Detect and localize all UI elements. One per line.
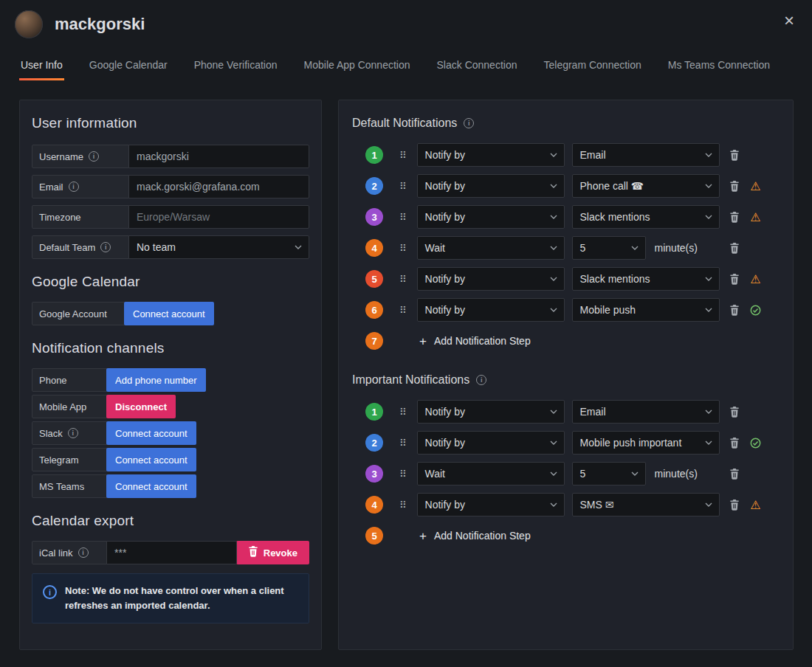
notify-by-select[interactable]: Notify by	[417, 205, 565, 229]
notify-by-select[interactable]: Notify by	[417, 298, 565, 322]
warning-icon: ⚠	[749, 179, 763, 193]
ical-link-input[interactable]: ***	[106, 541, 237, 564]
add-notification-step-button[interactable]: +Add Notification Step	[419, 335, 531, 348]
tab-google-calendar[interactable]: Google Calendar	[88, 49, 169, 80]
form-field-row: Default TeamiNo team	[32, 235, 309, 259]
trash-icon	[729, 274, 740, 285]
drag-handle-icon[interactable]: ⠿	[399, 181, 407, 192]
drag-handle-icon[interactable]: ⠿	[399, 438, 407, 449]
calendar-note-text: Note: We do not have control over when a…	[65, 584, 286, 613]
tab-bar: User InfoGoogle CalendarPhone Verificati…	[0, 46, 812, 80]
notify-by-select[interactable]: Notify by	[417, 493, 565, 516]
tab-telegram-connection[interactable]: Telegram Connection	[542, 49, 642, 80]
trash-button[interactable]	[727, 466, 742, 481]
user-fields: UsernameimackgorskiEmailimack.gorski@gra…	[32, 145, 309, 259]
drag-handle-icon[interactable]: ⠿	[399, 150, 407, 161]
wait-duration-select[interactable]: 5	[572, 236, 646, 260]
step-number-badge: 7	[365, 332, 383, 350]
drag-handle-icon[interactable]: ⠿	[399, 274, 407, 285]
info-icon: i	[78, 547, 89, 558]
info-icon: i	[89, 151, 99, 162]
notification-channel-select[interactable]: Email	[572, 400, 720, 424]
wait-select[interactable]: Wait	[417, 236, 565, 260]
notification-step-row: 1⠿Notify byEmail	[365, 400, 780, 424]
trash-button[interactable]	[727, 497, 742, 512]
notify-by-select[interactable]: Notify by	[417, 431, 565, 455]
step-number-badge: 2	[365, 177, 383, 195]
drag-handle-icon[interactable]: ⠿	[399, 500, 407, 511]
step-controls: Notify byMobile push important	[417, 431, 720, 455]
trash-icon	[729, 243, 740, 254]
step-number-badge: 6	[365, 301, 383, 319]
notification-step-row: 2⠿Notify byPhone call ☎⚠	[365, 174, 780, 198]
tab-user-info[interactable]: User Info	[19, 49, 64, 80]
phone-action-button[interactable]: Add phone number	[106, 368, 206, 392]
trash-button[interactable]	[727, 179, 742, 193]
notification-channel-select[interactable]: Mobile push important	[572, 431, 720, 455]
close-button[interactable]: ×	[784, 12, 794, 30]
info-icon: i	[100, 242, 111, 252]
chevron-down-icon	[631, 471, 639, 476]
trash-icon	[729, 469, 740, 480]
trash-icon	[248, 546, 258, 557]
drag-handle-icon[interactable]: ⠿	[399, 212, 407, 223]
step-controls: Notify byEmail	[417, 400, 720, 424]
email-input[interactable]: mack.gorski@grafana.com	[128, 175, 309, 198]
trash-button[interactable]	[727, 435, 742, 450]
warning-icon: ⚠	[749, 272, 763, 286]
chevron-down-icon	[550, 277, 557, 281]
default-team-select[interactable]: No team	[128, 235, 309, 259]
trash-button[interactable]	[727, 404, 742, 419]
success-icon	[749, 305, 763, 316]
wait-select[interactable]: Wait	[417, 462, 565, 485]
tab-ms-teams-connection[interactable]: Ms Teams Connection	[667, 49, 771, 80]
ms-teams-action-button[interactable]: Connect account	[106, 474, 196, 498]
drag-handle-icon[interactable]: ⠿	[399, 469, 407, 480]
notify-by-select[interactable]: Notify by	[417, 400, 565, 424]
notify-by-select[interactable]: Notify by	[417, 174, 565, 198]
chevron-down-icon	[631, 246, 639, 250]
add-notification-step-button[interactable]: +Add Notification Step	[419, 530, 531, 542]
step-number-badge: 1	[365, 403, 383, 421]
trash-button[interactable]	[727, 272, 742, 286]
drag-handle-icon[interactable]: ⠿	[399, 305, 407, 316]
trash-icon	[248, 546, 258, 559]
step-number-badge: 5	[365, 527, 383, 545]
wait-duration-select[interactable]: 5	[572, 462, 646, 485]
username-input[interactable]: mackgorski	[128, 145, 309, 168]
notification-channel-select[interactable]: Mobile push	[572, 298, 720, 322]
trash-button[interactable]	[727, 241, 742, 255]
notification-step-row: 3⠿Notify bySlack mentions⚠	[365, 205, 780, 229]
username-label: Usernamei	[32, 145, 129, 168]
telegram-action-button[interactable]: Connect account	[106, 448, 196, 471]
notify-by-select[interactable]: Notify by	[417, 267, 565, 291]
channel-row: SlackiConnect account	[32, 421, 309, 445]
notify-by-select[interactable]: Notify by	[417, 143, 565, 167]
slack-action-button[interactable]: Connect account	[106, 421, 196, 445]
chevron-down-icon	[550, 215, 557, 219]
notification-channel-select[interactable]: Email	[572, 143, 720, 167]
revoke-button[interactable]: Revoke	[236, 541, 309, 564]
notification-step-row: 3⠿Wait5minute(s)	[365, 462, 780, 485]
chevron-down-icon	[705, 184, 712, 188]
trash-icon	[729, 212, 740, 223]
notification-channel-select[interactable]: Slack mentions	[572, 205, 720, 229]
drag-handle-icon[interactable]: ⠿	[399, 407, 407, 418]
tab-slack-connection[interactable]: Slack Connection	[436, 49, 519, 80]
mobile-app-action-button[interactable]: Disconnect	[106, 395, 176, 418]
timezone-input[interactable]: Europe/Warsaw	[128, 205, 309, 229]
google-account-action-button[interactable]: Connect account	[124, 302, 214, 325]
google-calendar-heading: Google Calendar	[32, 274, 309, 290]
notification-channel-select[interactable]: Phone call ☎	[572, 174, 720, 198]
trash-button[interactable]	[727, 210, 742, 224]
notification-channel-select[interactable]: SMS ✉	[572, 493, 720, 516]
tab-phone-verification[interactable]: Phone Verification	[193, 49, 279, 80]
trash-button[interactable]	[727, 148, 742, 162]
tab-mobile-app-connection[interactable]: Mobile App Connection	[303, 49, 412, 80]
wait-unit-label: minute(s)	[655, 242, 698, 254]
default-team-label: Default Teami	[32, 235, 129, 259]
drag-handle-icon[interactable]: ⠿	[399, 243, 407, 254]
trash-button[interactable]	[727, 303, 742, 317]
chevron-down-icon	[550, 440, 557, 445]
notification-channel-select[interactable]: Slack mentions	[572, 267, 720, 291]
